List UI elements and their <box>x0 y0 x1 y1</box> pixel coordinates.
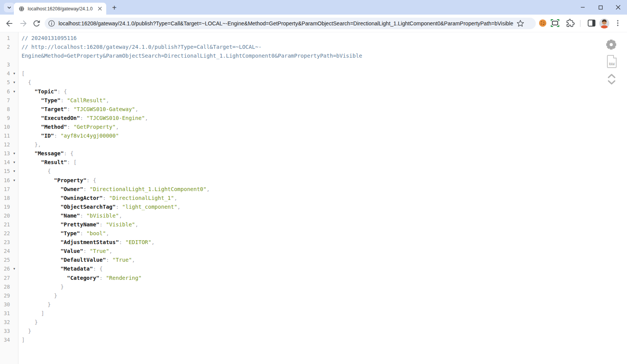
tab-strip: localhost:16208/gateway/24.1.0 + <box>0 0 627 15</box>
code-line: 1 // 20240131095116 <box>0 34 627 43</box>
code-content: } <box>18 291 57 300</box>
code-line: 13 ▾ "Message": { <box>0 149 627 158</box>
code-content: }, <box>18 140 41 149</box>
tab-title: localhost:16208/gateway/24.1.0 <box>28 6 97 12</box>
code-line: 2 // http://localhost:16208/gateway/24.1… <box>0 43 627 60</box>
maximize-button[interactable] <box>592 0 609 15</box>
code-line: 22 "Type": "bool", <box>0 229 627 238</box>
collapse-arrow-icon[interactable]: ▾ <box>10 176 18 185</box>
code-content: } <box>18 283 64 291</box>
code-line: 12 }, <box>0 140 627 149</box>
code-line: 33 } <box>0 327 627 336</box>
code-line: 28 } <box>0 283 627 291</box>
code-line: 25 "DefaultValue": "True", <box>0 256 627 264</box>
code-line: 6 ▾ "Topic": { <box>0 87 627 96</box>
scroll-up-chevron-icon[interactable] <box>607 73 616 80</box>
code-content: "Method": "GetProperty", <box>18 123 119 131</box>
code-content: { <box>18 167 51 176</box>
line-number: 5 <box>0 78 10 87</box>
code-line: 11 "ID": "ayf8v1c4ygj00000" <box>0 131 627 140</box>
line-number: 23 <box>0 238 10 247</box>
browser-tab[interactable]: localhost:16208/gateway/24.1.0 <box>14 3 106 15</box>
line-number: 8 <box>0 105 10 114</box>
globe-favicon-icon <box>18 6 25 12</box>
collapse-arrow-icon[interactable]: ▾ <box>10 69 18 78</box>
code-content: "Result": [ <box>18 158 77 167</box>
line-number: 7 <box>0 96 10 105</box>
code-content: } <box>18 327 31 336</box>
url-text[interactable]: localhost:16208/gateway/24.1.0/publish?T… <box>59 20 513 27</box>
code-line: 19 "ObjectSearchTag": "light_component", <box>0 203 627 211</box>
code-content: // http://localhost:16208/gateway/24.1.0… <box>18 43 362 60</box>
code-content: "ObjectSearchTag": "light_component", <box>18 203 181 211</box>
line-number: 34 <box>0 336 10 344</box>
profile-avatar[interactable] <box>599 18 609 30</box>
settings-gear-icon[interactable] <box>606 39 617 50</box>
collapse-arrow-icon[interactable]: ▾ <box>10 78 18 87</box>
code-line: 4 ▾ [ <box>0 69 627 78</box>
bookmark-star-icon[interactable] <box>517 20 524 27</box>
back-button[interactable] <box>5 19 14 28</box>
screen-capture-extension-icon[interactable] <box>551 19 559 28</box>
info-icon[interactable] <box>48 20 55 27</box>
code-line: 30 } <box>0 300 627 309</box>
line-number: 15 <box>0 167 10 176</box>
line-number: 10 <box>0 123 10 131</box>
code-content: "Type": "CallResult", <box>18 96 109 105</box>
code-line: 27 "Category": "Rendering" <box>0 274 627 283</box>
line-number: 27 <box>0 274 10 283</box>
line-number: 17 <box>0 185 10 194</box>
code-line: 3 <box>0 60 627 69</box>
tab-close-icon[interactable] <box>97 5 103 12</box>
code-line: 15 ▾ { <box>0 167 627 176</box>
tab-search-button[interactable] <box>4 3 15 12</box>
collapse-arrow-icon[interactable]: ▾ <box>10 264 18 273</box>
window-controls <box>574 0 627 15</box>
json-viewer-page: 1 // 20240131095116 2 // http://localhos… <box>0 32 627 364</box>
code-content: ] <box>18 336 25 344</box>
code-line: 34 ] <box>0 336 627 344</box>
back-icon <box>5 19 14 28</box>
collapse-arrow-icon[interactable]: ▾ <box>10 149 18 158</box>
line-number: 13 <box>0 149 10 158</box>
cookie-extension-icon[interactable] <box>538 19 547 29</box>
code-line: 23 "AdjustmentStatus": "EDITOR", <box>0 238 627 247</box>
minimize-icon <box>580 5 585 10</box>
code-line: 26 ▾ "Metadata": { <box>0 264 627 273</box>
collapse-arrow-icon[interactable]: ▾ <box>10 167 18 176</box>
url-bar[interactable]: localhost:16208/gateway/24.1.0/publish?T… <box>45 18 536 29</box>
forward-button[interactable] <box>19 19 28 28</box>
code-line: 8 "Target": "TJCGWS010-Gateway", <box>0 105 627 114</box>
chevron-down-icon <box>7 5 12 10</box>
line-number: 25 <box>0 256 10 264</box>
extensions-icon[interactable] <box>566 19 575 29</box>
reload-button[interactable] <box>32 19 41 28</box>
new-tab-button[interactable]: + <box>109 3 119 13</box>
maximize-icon <box>599 5 603 10</box>
code-content: "Property": { <box>18 176 96 185</box>
raw-view-button[interactable]: RAW <box>607 55 617 68</box>
browser-toolbar: localhost:16208/gateway/24.1.0/publish?T… <box>0 15 627 32</box>
code-content: "DefaultValue": "True", <box>18 256 135 264</box>
close-icon <box>616 5 620 10</box>
side-panel-button[interactable] <box>588 20 595 28</box>
minimize-button[interactable] <box>574 0 592 15</box>
reload-icon <box>32 19 41 28</box>
code-content: "Message": { <box>18 149 74 158</box>
line-number: 32 <box>0 318 10 327</box>
collapse-arrow-icon[interactable]: ▾ <box>10 158 18 167</box>
code-line: 16 ▾ "Property": { <box>0 176 627 185</box>
line-number: 26 <box>0 264 10 273</box>
close-button[interactable] <box>609 0 627 15</box>
menu-kebab-icon[interactable] <box>614 19 622 29</box>
collapse-arrow-icon[interactable]: ▾ <box>10 87 18 96</box>
line-number: 1 <box>0 34 10 43</box>
code-content: // 20240131095116 <box>18 34 77 43</box>
line-number: 30 <box>0 300 10 309</box>
scroll-down-chevron-icon[interactable] <box>607 80 616 86</box>
line-number: 21 <box>0 220 10 229</box>
forward-icon <box>19 19 28 28</box>
code-content: } <box>18 318 38 327</box>
code-content: "Type": "bool", <box>18 229 109 238</box>
code-content: "AdjustmentStatus": "EDITOR", <box>18 238 155 247</box>
